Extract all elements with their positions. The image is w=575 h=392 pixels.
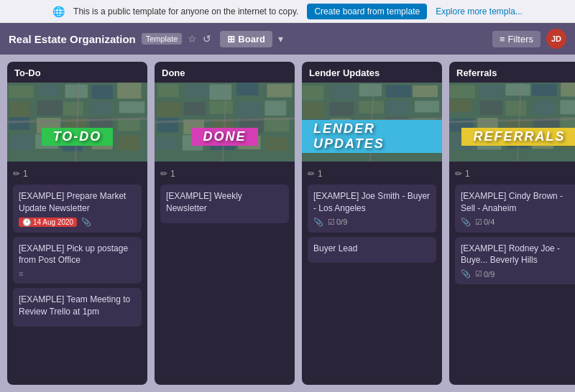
attachment-icon: 📎: [461, 269, 471, 279]
card-meta: 🕐 14 Aug 2020 📎: [19, 218, 136, 227]
svg-rect-29: [157, 102, 182, 116]
card-image-referrals: REFERRALS: [449, 83, 575, 162]
column-cards-todo[interactable]: ✏ 1 [EXAMPLE] Prepare Market Update News…: [7, 162, 147, 385]
card-title: [EXAMPLE] Pick up postage from Post Offi…: [19, 243, 136, 267]
svg-rect-70: [449, 85, 475, 98]
svg-rect-7: [37, 101, 63, 116]
svg-rect-1: [9, 85, 34, 98]
svg-rect-30: [184, 102, 205, 116]
attachment-icon: 📎: [313, 218, 323, 227]
column-done: Done DONE ✏ 1 [EXAMPLE] Weekly Newslette…: [155, 62, 295, 385]
column-cards-referrals[interactable]: ✏ 1 [EXAMPLE] Cindy Brown - Sell - Anahe…: [449, 162, 575, 385]
svg-rect-52: [303, 102, 324, 118]
card-todo-1[interactable]: [EXAMPLE] Pick up postage from Post Offi…: [13, 237, 142, 284]
template-badge: Template: [142, 33, 183, 45]
label-text-referrals: REFERRALS: [461, 128, 575, 146]
svg-rect-51: [413, 85, 438, 98]
card-title: Buyer Lead: [313, 243, 431, 255]
column-count-referrals: 1: [465, 169, 470, 179]
svg-rect-3: [65, 84, 88, 98]
column-count-todo: 1: [23, 169, 28, 179]
svg-rect-75: [450, 100, 472, 112]
card-lender-1[interactable]: Buyer Lead: [308, 237, 436, 263]
globe-icon: 🌐: [52, 6, 65, 17]
svg-rect-2: [38, 84, 60, 96]
edit-icon: ✏: [13, 169, 20, 179]
card-title: [EXAMPLE] Prepare Market Update Newslett…: [19, 190, 136, 215]
card-meta: 📎 ☑0/9: [313, 218, 431, 227]
card-image-lender: LENDER UPDATES: [302, 83, 442, 162]
svg-rect-50: [386, 85, 411, 98]
label-text-done: DONE: [191, 128, 257, 146]
svg-rect-78: [534, 100, 556, 115]
checklist-icon: ☑: [475, 269, 482, 279]
card-meta: 📎 ☑0/9: [461, 269, 575, 279]
column-todo: To-Do TO-DO ✏ 1 [EXAMPLE] Prepare Market…: [7, 62, 147, 385]
attachment-icon: 📎: [81, 218, 91, 227]
svg-rect-10: [119, 101, 145, 113]
card-image-todo: TO-DO: [7, 83, 147, 162]
svg-rect-28: [267, 84, 292, 98]
checklist-badge: ☑0/9: [475, 269, 494, 279]
checklist-badge: ☑0/4: [475, 218, 494, 227]
filter-icon: ≡: [500, 34, 505, 45]
card-todo-2[interactable]: [EXAMPLE] Team Meeting to Review Trello …: [13, 288, 142, 327]
column-meta-lender: ✏ 1: [308, 166, 436, 185]
board-icon: ⊞: [227, 34, 235, 45]
board-view-button[interactable]: ⊞ Board: [220, 31, 272, 47]
banner-message: This is a public template for anyone on …: [73, 6, 298, 17]
card-title: [EXAMPLE] Rodney Joe - Buye... Beverly H…: [461, 243, 575, 267]
svg-rect-55: [385, 101, 408, 115]
column-meta-todo: ✏ 1: [13, 166, 142, 185]
card-title: [EXAMPLE] Weekly Newsletter: [166, 190, 283, 215]
svg-rect-79: [560, 101, 575, 115]
board-area: To-Do TO-DO ✏ 1 [EXAMPLE] Prepare Market…: [0, 55, 575, 392]
card-done-0[interactable]: [EXAMPLE] Weekly Newsletter: [160, 185, 289, 223]
card-todo-0[interactable]: [EXAMPLE] Prepare Market Update Newslett…: [13, 185, 142, 233]
board-title: Real Estate Organization: [9, 33, 136, 45]
chevron-down-icon[interactable]: ▾: [278, 33, 283, 45]
card-title: [EXAMPLE] Joe Smith - Buyer - Los Angele…: [313, 190, 431, 215]
checklist-icon: ☑: [328, 218, 335, 227]
svg-rect-53: [330, 102, 354, 116]
svg-rect-9: [91, 101, 112, 115]
board-header: Real Estate Organization Template ☆ ↺ ⊞ …: [0, 23, 575, 55]
svg-rect-24: [157, 84, 179, 97]
column-cards-done[interactable]: ✏ 1 [EXAMPLE] Weekly Newsletter: [155, 162, 295, 385]
label-text-lender: LENDER UPDATES: [302, 120, 442, 153]
card-meta: 📎 ☑0/4: [461, 218, 575, 227]
date-badge: 🕐 14 Aug 2020: [19, 218, 77, 227]
avatar[interactable]: JD: [546, 29, 566, 49]
card-referrals-0[interactable]: [EXAMPLE] Cindy Brown - Sell - Anaheim 📎…: [455, 185, 575, 233]
svg-rect-72: [505, 84, 530, 95]
svg-rect-77: [505, 101, 526, 116]
svg-rect-71: [480, 85, 504, 98]
svg-rect-73: [532, 84, 557, 96]
label-bar-todo: TO-DO: [7, 126, 147, 147]
column-header-referrals: Referrals: [449, 62, 575, 83]
svg-rect-56: [415, 101, 439, 112]
description-icon: ≡: [19, 269, 23, 278]
card-referrals-1[interactable]: [EXAMPLE] Rodney Joe - Buye... Beverly H…: [455, 237, 575, 285]
explore-link[interactable]: Explore more templa...: [436, 6, 523, 17]
svg-rect-49: [359, 84, 382, 96]
svg-rect-47: [303, 85, 324, 101]
label-bar-referrals: REFERRALS: [449, 126, 575, 147]
svg-rect-33: [264, 101, 286, 116]
label-bar-lender: LENDER UPDATES: [302, 126, 442, 147]
column-cards-lender[interactable]: ✏ 1 [EXAMPLE] Joe Smith - Buyer - Los An…: [302, 162, 442, 385]
board-btn-label: Board: [238, 34, 265, 45]
label-text-todo: TO-DO: [42, 128, 114, 146]
create-board-button[interactable]: Create board from template: [307, 4, 427, 19]
checklist-icon: ☑: [475, 218, 482, 227]
filter-label: Filters: [508, 34, 533, 45]
card-lender-0[interactable]: [EXAMPLE] Joe Smith - Buyer - Los Angele…: [308, 185, 436, 233]
attachment-icon: 📎: [461, 218, 471, 227]
star-icon[interactable]: ☆: [188, 33, 197, 45]
clock-icon[interactable]: ↺: [203, 33, 211, 45]
column-lender: Lender Updates LENDER UPDATES ✏ 1 [EXAMP…: [302, 62, 442, 385]
filters-button[interactable]: ≡ Filters: [492, 31, 540, 47]
svg-rect-5: [117, 83, 141, 98]
column-header-done: Done: [155, 62, 295, 83]
svg-rect-31: [209, 101, 233, 114]
